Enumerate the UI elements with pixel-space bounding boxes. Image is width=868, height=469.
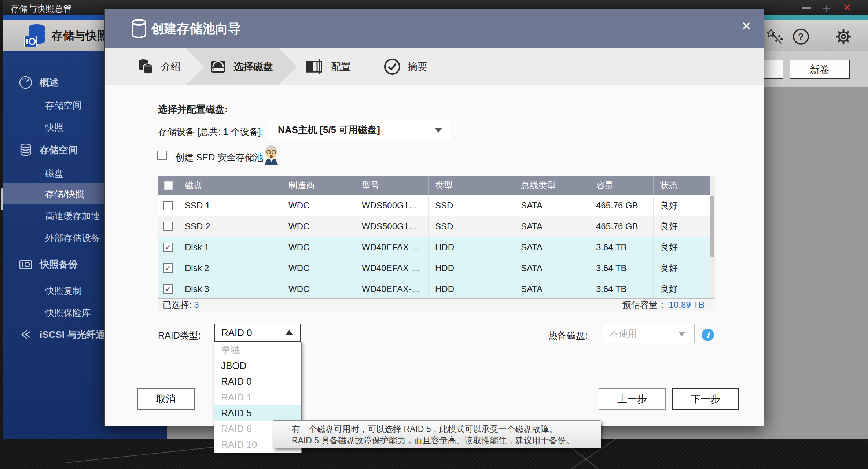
table-row-disk1[interactable]: ✓ Disk 1 WDC WD40EFAX-… HDD SATA 3.64 TB…: [158, 237, 710, 258]
cell-type: HDD: [429, 278, 514, 299]
wizard-wand-icon[interactable]: [766, 27, 784, 46]
storage-snapshots-app-icon: [21, 22, 49, 50]
sidebar-item-label: iSCSI 与光纤通道: [40, 328, 104, 341]
sidebar-item-snapshots[interactable]: 快照: [3, 118, 104, 136]
cell-disk: Disk 3: [178, 278, 282, 299]
storage-pool-icon: [130, 19, 148, 39]
sidebar-item-snapshot-replica[interactable]: 快照复制: [3, 281, 104, 300]
cell-disk: Disk 1: [178, 237, 282, 258]
raid-option-raid0[interactable]: RAID 0: [214, 374, 301, 389]
sidebar-item-storage-snapshots[interactable]: 存储/快照: [3, 183, 104, 204]
raid5-tooltip: 有三个磁盘可用时，可以选择 RAID 5，此模式可以承受一个磁盘故障。 RAID…: [273, 420, 601, 448]
minimize-icon: [802, 7, 811, 9]
cell-model: WD40EFAX-…: [355, 278, 429, 299]
sidebar-item-overview[interactable]: 概述: [3, 73, 104, 92]
hot-spare-value: 不使用: [610, 328, 637, 340]
sidebar-item-cache-acceleration[interactable]: 高速缓存加速: [3, 207, 104, 225]
step-label: 介绍: [161, 60, 181, 73]
cell-bus-type: SATA: [514, 278, 589, 299]
raid-option-single: 单独: [214, 342, 301, 358]
cell-bus-type: SATA: [514, 237, 589, 258]
storage-device-value: NAS主机 [5/5 可用磁盘]: [278, 123, 380, 136]
column-header: 容量: [589, 176, 654, 195]
sidebar-item-label: 概述: [40, 76, 59, 89]
sidebar-item-disks[interactable]: 磁盘: [3, 164, 104, 182]
help-icon[interactable]: ?: [792, 27, 810, 46]
cell-manufacturer: WDC: [282, 195, 355, 216]
sidebar-item-label: 存储空间: [40, 144, 78, 156]
hot-spare-select[interactable]: 不使用: [603, 324, 695, 343]
column-header: 制造商: [282, 176, 355, 195]
sidebar-item-label: 快照备份: [40, 258, 78, 271]
select-all-checkbox[interactable]: [158, 176, 178, 195]
cell-bus-type: SATA: [514, 258, 589, 278]
cancel-button[interactable]: 取消: [137, 388, 195, 410]
table-row-disk3[interactable]: ✓ Disk 3 WDC WD40EFAX-… HDD SATA 3.64 TB…: [158, 278, 710, 300]
column-header: 型号: [355, 176, 429, 195]
sidebar-item-label: 快照复制: [45, 285, 82, 297]
table-scrollbar[interactable]: [710, 176, 715, 298]
raid-type-value: RAID 0: [221, 327, 252, 339]
table-row-ssd2[interactable]: SSD 2 WDC WDS500G1… SSD SATA 465.76 GB 良…: [158, 216, 710, 237]
disk-stack-icon: [18, 143, 33, 157]
cell-disk: Disk 2: [178, 258, 282, 278]
sidebar-item-snapshot-vault[interactable]: 快照保险库: [3, 303, 104, 322]
sidebar-item-label: 快照保险库: [45, 307, 91, 319]
step-select-disks: 选择磁盘: [209, 48, 273, 85]
sidebar-item-label: 外部存储设备: [45, 232, 100, 244]
sed-pool-checkbox[interactable]: [157, 151, 167, 160]
row-checkbox[interactable]: [163, 201, 173, 210]
cell-model: WD40EFAX-…: [355, 237, 429, 258]
sidebar-item-iscsi-fc[interactable]: iSCSI 与光纤通道: [3, 325, 104, 344]
cell-disk: SSD 2: [178, 216, 282, 237]
sidebar-item-label: 快照: [45, 121, 63, 133]
sidebar-item-storage-space[interactable]: 存储空间: [3, 96, 104, 114]
selected-count: 3: [194, 300, 199, 310]
toolbar-divider: [823, 28, 823, 44]
table-row-disk2[interactable]: ✓ Disk 2 WDC WD40EFAX-… HDD SATA 3.64 TB…: [158, 258, 710, 279]
row-checkbox-checked[interactable]: ✓: [163, 284, 173, 294]
close-icon: ✕: [842, 2, 852, 13]
sidebar-item-snapshot-backup[interactable]: 快照备份: [3, 255, 104, 273]
row-checkbox-checked[interactable]: ✓: [163, 263, 173, 273]
cell-model: WD40EFAX-…: [355, 258, 429, 278]
cell-disk: SSD 1: [178, 195, 282, 216]
dialog-header: 创建存储池向导 ✕: [105, 9, 764, 48]
sidebar-item-label: 磁盘: [45, 167, 63, 180]
storage-device-select[interactable]: NAS主机 [5/5 可用磁盘]: [268, 119, 451, 140]
cell-status: 良好: [654, 216, 710, 237]
column-header: 状态: [654, 176, 710, 195]
step-introduction: 介绍: [136, 48, 181, 85]
sidebar-item-external-storage[interactable]: 外部存储设备: [3, 229, 104, 247]
cell-capacity: 3.64 TB: [589, 237, 654, 258]
cell-manufacturer: WDC: [282, 216, 355, 237]
column-header: 磁盘: [178, 176, 282, 195]
scrollbar-thumb[interactable]: [710, 196, 714, 257]
window-close-button[interactable]: ✕: [841, 1, 853, 14]
next-button[interactable]: 下一步: [672, 388, 739, 410]
raid-option-raid5[interactable]: RAID 5: [214, 405, 301, 421]
hot-spare-label: 热备磁盘:: [548, 329, 588, 341]
tooltip-line1: 有三个磁盘可用时，可以选择 RAID 5，此模式可以承受一个磁盘故障。: [292, 424, 601, 435]
settings-gear-icon[interactable]: [834, 27, 853, 46]
raid-option-jbod[interactable]: JBOD: [214, 358, 301, 374]
cell-capacity: 465.76 GB: [589, 216, 654, 237]
chevron-up-icon: [286, 330, 293, 335]
maximize-icon: ＋: [820, 2, 833, 13]
cell-manufacturer: WDC: [282, 258, 355, 278]
row-checkbox-checked[interactable]: ✓: [163, 243, 173, 252]
info-icon[interactable]: i: [702, 329, 714, 341]
sidebar-item-storage[interactable]: 存储空间: [3, 141, 104, 159]
row-checkbox[interactable]: [163, 222, 173, 231]
raid-type-select[interactable]: RAID 0: [214, 324, 301, 342]
table-row-ssd1[interactable]: SSD 1 WDC WDS500G1… SSD SATA 465.76 GB 良…: [158, 195, 710, 216]
window-minimize-button[interactable]: [801, 1, 813, 14]
window-maximize-button[interactable]: ＋: [820, 1, 833, 14]
previous-button[interactable]: 上一步: [599, 388, 666, 410]
dialog-close-button[interactable]: ✕: [738, 18, 754, 34]
new-volume-button[interactable]: 新卷: [790, 60, 850, 79]
step-label: 配置: [331, 60, 351, 73]
column-header: 总线类型: [514, 176, 589, 195]
cell-type: SSD: [429, 216, 514, 237]
professor-mascot-icon: [262, 143, 281, 165]
